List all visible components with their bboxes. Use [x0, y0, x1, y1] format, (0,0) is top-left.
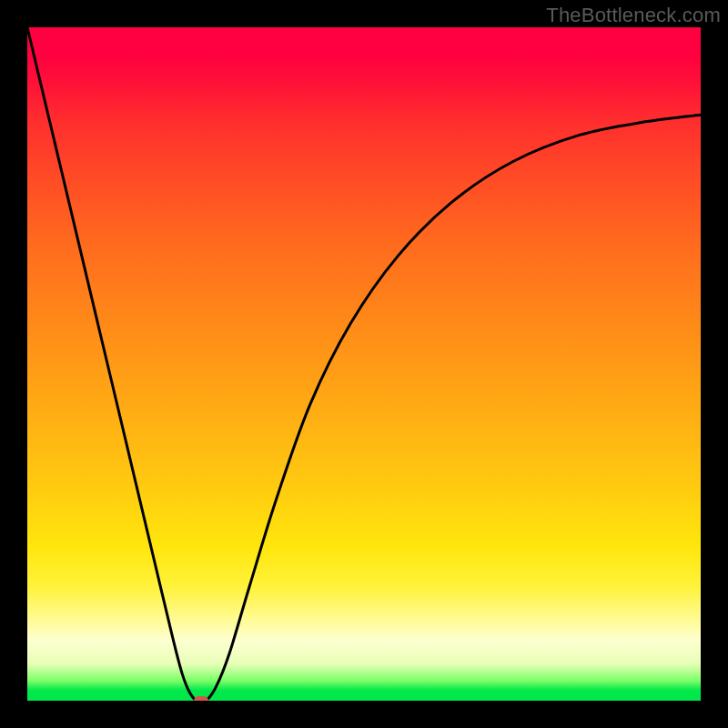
optimal-point-marker [194, 696, 208, 701]
plot-area [27, 27, 701, 701]
watermark-text: TheBottleneck.com [546, 4, 721, 27]
curve-path [27, 27, 701, 701]
bottleneck-curve [27, 27, 701, 701]
chart-frame: TheBottleneck.com [0, 0, 728, 728]
